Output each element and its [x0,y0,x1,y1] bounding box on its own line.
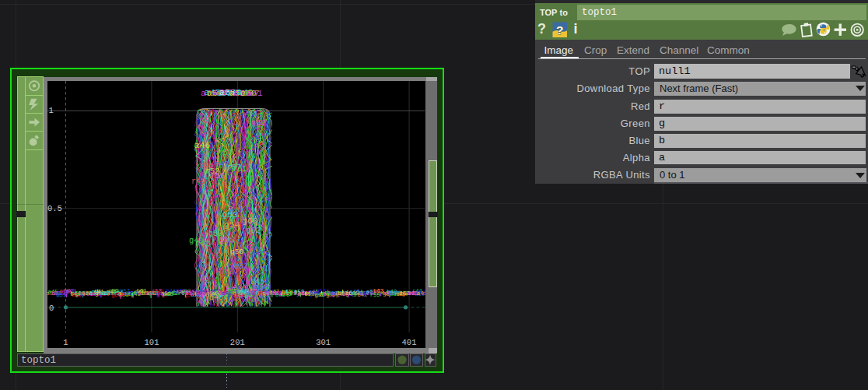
svg-text:r48: r48 [191,177,205,186]
svg-text:a62: a62 [251,118,268,128]
svg-text:g55: g55 [219,236,233,244]
svg-text:g48: g48 [189,236,204,245]
svg-text:r46: r46 [422,290,432,297]
svg-text:g60: g60 [242,216,258,226]
svg-text:0.5: 0.5 [47,204,62,213]
svg-text:201: 201 [230,338,245,347]
svg-text:r53: r53 [217,147,233,157]
svg-text:g62: g62 [246,226,261,235]
svg-text:b58: b58 [219,268,233,276]
svg-text:1: 1 [49,106,54,115]
svg-text:0: 0 [49,304,54,313]
svg-text:r61: r61 [233,165,247,174]
svg-text:a46: a46 [194,140,211,150]
svg-text:r56: r56 [211,172,225,181]
svg-text:g53: g53 [222,209,239,220]
svg-text:g54: g54 [224,220,240,230]
svg-text:g50: g50 [230,248,243,256]
svg-text:b52: b52 [234,262,248,271]
svg-text:101: 101 [145,338,159,347]
svg-text:401: 401 [402,338,417,347]
svg-text:a61: a61 [247,88,263,98]
svg-text:?: ? [555,23,562,37]
svg-text:301: 301 [316,338,331,347]
svg-text:1: 1 [63,338,68,347]
